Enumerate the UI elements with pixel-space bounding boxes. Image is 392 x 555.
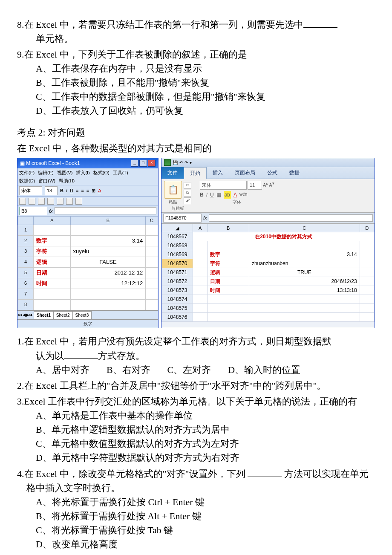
- name-box[interactable]: B8: [19, 207, 47, 216]
- q1-opt-d[interactable]: D、输入时的位置: [228, 363, 300, 377]
- row-header[interactable]: 1048571: [162, 268, 193, 277]
- cell[interactable]: [360, 313, 374, 322]
- menu-file[interactable]: 文件(F): [19, 169, 35, 176]
- row-header[interactable]: 1048569: [162, 250, 193, 259]
- q9-opt-a[interactable]: A、工作表保存在内存中，只是没有显示: [36, 61, 375, 75]
- fill-color-button[interactable]: ab: [224, 191, 231, 199]
- row-header[interactable]: 1048567: [162, 232, 193, 241]
- decrease-font-icon[interactable]: A▾: [269, 181, 274, 190]
- menu-window[interactable]: 窗口(W): [38, 177, 55, 185]
- cell[interactable]: [193, 241, 208, 250]
- cell[interactable]: [70, 289, 146, 299]
- cell[interactable]: [34, 289, 71, 299]
- title-bar[interactable]: ▣ Microsoft Excel - Book1 _ □ ×: [17, 158, 158, 168]
- cut-button[interactable]: ✂: [184, 182, 191, 189]
- qat-save-icon[interactable]: 💾: [173, 159, 178, 166]
- copy-button[interactable]: ⧉: [184, 190, 191, 197]
- q3-opt-d[interactable]: D、单元格中字符型数据默认的对齐方式为右对齐: [36, 451, 375, 465]
- save-icon[interactable]: [38, 198, 45, 205]
- cell[interactable]: [146, 299, 158, 310]
- font-size-box[interactable]: 18: [45, 186, 58, 195]
- cell[interactable]: FALSE: [70, 257, 146, 267]
- fx-icon[interactable]: fx: [49, 208, 53, 215]
- menu-insert[interactable]: 插入(I): [76, 169, 89, 176]
- q8-blank[interactable]: [303, 17, 337, 28]
- sheet-tab-1[interactable]: Sheet1: [34, 311, 54, 319]
- col-b-header[interactable]: B: [70, 217, 146, 225]
- italic-button[interactable]: I: [66, 187, 67, 194]
- formula-input-2010[interactable]: [209, 214, 373, 222]
- cell[interactable]: [146, 235, 158, 246]
- cell[interactable]: 时间: [34, 278, 71, 289]
- col-b-header-2010[interactable]: B: [208, 224, 249, 232]
- cell[interactable]: [146, 246, 158, 257]
- cell[interactable]: [146, 225, 158, 235]
- cell[interactable]: 12:12:12: [70, 278, 146, 289]
- q4-opt-d[interactable]: D、改变单元格高度: [36, 537, 375, 551]
- increase-font-icon[interactable]: A▴: [263, 181, 268, 190]
- cell[interactable]: [249, 241, 360, 250]
- font-color-button-2010[interactable]: A: [233, 191, 237, 199]
- tab-nav-last[interactable]: ⏭: [29, 312, 34, 318]
- cell[interactable]: [193, 268, 208, 277]
- menu-format[interactable]: 格式(O): [93, 169, 110, 176]
- cell[interactable]: [70, 225, 146, 235]
- row-header[interactable]: 1048574: [162, 295, 193, 304]
- row-header[interactable]: 1048575: [162, 304, 193, 313]
- border-button[interactable]: ▦: [216, 191, 221, 199]
- cell[interactable]: [146, 267, 158, 278]
- tab-formulas[interactable]: 公式: [261, 167, 283, 179]
- paste-button[interactable]: 📋: [164, 181, 182, 199]
- close-button[interactable]: ×: [148, 160, 156, 167]
- cell[interactable]: [193, 286, 208, 295]
- new-icon[interactable]: [19, 198, 26, 205]
- qat-redo-icon[interactable]: ↷: [184, 159, 188, 166]
- q9-opt-d[interactable]: D、工作表放入了回收站，仍可恢复: [36, 104, 375, 118]
- cell[interactable]: 字符: [208, 259, 249, 268]
- name-box-2010[interactable]: F1048570: [163, 214, 202, 223]
- col-a-header-2010[interactable]: A: [193, 224, 208, 232]
- excel-app-icon[interactable]: [164, 159, 171, 166]
- row-header[interactable]: 2: [18, 235, 34, 246]
- cell[interactable]: [146, 278, 158, 289]
- cell[interactable]: 数字: [34, 235, 71, 246]
- menu-tools[interactable]: 工具(T): [113, 169, 128, 176]
- paste-icon[interactable]: [75, 198, 82, 205]
- cell[interactable]: [146, 289, 158, 299]
- cell[interactable]: [193, 250, 208, 259]
- cell[interactable]: [70, 299, 146, 310]
- row-header[interactable]: 1: [18, 225, 34, 235]
- tab-file[interactable]: 文件: [161, 167, 184, 179]
- col-c-header[interactable]: C: [146, 217, 158, 225]
- print-icon[interactable]: [47, 198, 54, 205]
- cell[interactable]: 数字: [208, 250, 249, 259]
- font-size-selector[interactable]: 11: [248, 181, 262, 190]
- q3-opt-b[interactable]: B、单元格中逻辑型数据默认的对齐方式为居中: [36, 422, 375, 436]
- tab-home[interactable]: 开始: [184, 167, 207, 179]
- row-header[interactable]: 5: [18, 267, 34, 278]
- cell[interactable]: [360, 304, 374, 313]
- cell[interactable]: 2046/12/23: [249, 277, 360, 286]
- format-painter-button[interactable]: 🖌: [184, 197, 191, 204]
- row-header[interactable]: 6: [18, 278, 34, 289]
- bold-button-2010[interactable]: B: [200, 191, 204, 199]
- cell[interactable]: [249, 295, 360, 304]
- row-header[interactable]: 1048576: [162, 313, 193, 322]
- cell[interactable]: xuyelu: [70, 246, 146, 257]
- cell[interactable]: [193, 304, 208, 313]
- select-all-corner-2010[interactable]: ◢: [162, 224, 193, 232]
- cell[interactable]: 13:13:18: [249, 286, 360, 295]
- tab-nav-next[interactable]: ▶: [26, 312, 29, 318]
- tab-nav-first[interactable]: ⏮: [18, 312, 23, 318]
- cell[interactable]: [208, 241, 249, 250]
- q4-opt-a[interactable]: A、将光标置于需换行处按 Ctrl + Enter 键: [36, 495, 375, 509]
- cell[interactable]: [193, 295, 208, 304]
- cell[interactable]: 日期: [34, 267, 71, 278]
- q1-opt-b[interactable]: B、右对齐: [107, 363, 150, 377]
- sheet-tab-3[interactable]: Sheet3: [72, 311, 92, 319]
- underline-button[interactable]: U: [70, 187, 73, 194]
- cell[interactable]: [146, 257, 158, 267]
- q3-opt-a[interactable]: A、单元格是工作表中基本的操作单位: [36, 408, 375, 422]
- row-header[interactable]: 1048568: [162, 241, 193, 250]
- menu-data[interactable]: 数据(D): [19, 177, 35, 185]
